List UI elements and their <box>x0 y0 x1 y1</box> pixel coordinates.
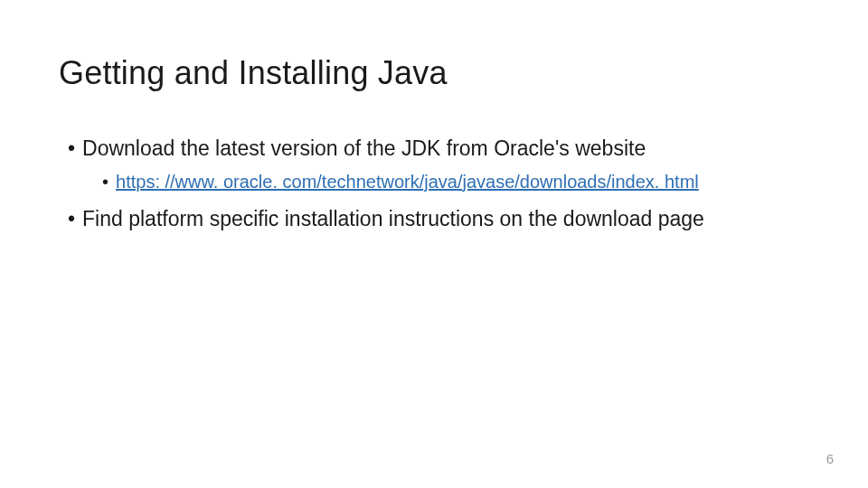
bullet-dot: • <box>68 136 75 163</box>
download-link[interactable]: https: //www. oracle. com/technetwork/ja… <box>116 170 699 193</box>
bullet-level2: • https: //www. oracle. com/technetwork/… <box>59 170 809 193</box>
bullet-level1: • Find platform specific installation in… <box>59 206 809 233</box>
bullet-dot: • <box>102 170 108 193</box>
slide-content: Getting and Installing Java • Download t… <box>0 0 868 233</box>
bullet-text: Download the latest version of the JDK f… <box>82 136 646 163</box>
bullet-text: Find platform specific installation inst… <box>82 206 704 233</box>
bullet-dot: • <box>68 206 75 233</box>
bullet-level1: • Download the latest version of the JDK… <box>59 136 809 163</box>
page-number: 6 <box>826 451 834 466</box>
slide-title: Getting and Installing Java <box>59 54 809 92</box>
